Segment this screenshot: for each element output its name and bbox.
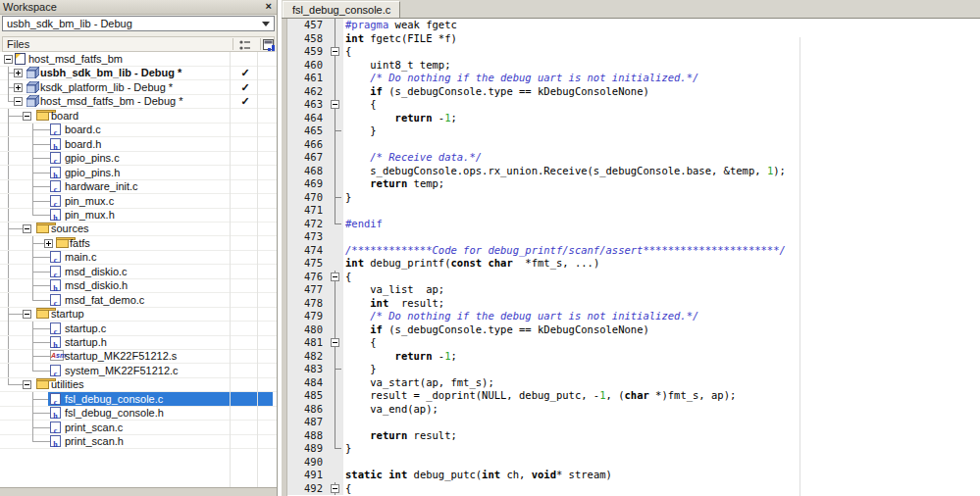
tree-item[interactable]: hboard.h <box>0 137 277 152</box>
tree-item[interactable]: startup <box>0 307 277 322</box>
fold-margin[interactable] <box>328 350 343 364</box>
fold-margin[interactable] <box>328 336 343 350</box>
option-overrides-icon[interactable] <box>238 39 252 51</box>
tree-item[interactable]: chardware_init.c <box>0 179 277 194</box>
tree-item[interactable]: hfsl_debug_console.h <box>0 406 277 421</box>
fold-margin[interactable] <box>328 112 343 125</box>
editor-tab[interactable]: fsl_debug_console.c <box>283 1 400 18</box>
close-icon[interactable]: × <box>266 0 272 13</box>
tree-item[interactable]: hpin_mux.h <box>0 208 277 223</box>
code-line: 487 <box>287 416 980 429</box>
fold-margin[interactable] <box>328 403 343 417</box>
tree-item[interactable]: cmsd_diskio.c <box>0 265 277 279</box>
fold-margin[interactable] <box>328 310 343 323</box>
fold-margin[interactable] <box>328 469 343 482</box>
fold-margin[interactable] <box>328 363 343 376</box>
tree-item-selected[interactable]: cfsl_debug_console.c <box>0 392 277 407</box>
line-number: 473 <box>287 230 328 244</box>
fold-margin[interactable] <box>328 32 343 46</box>
fold-margin[interactable] <box>328 376 343 390</box>
tree-item[interactable]: cgpio_pins.c <box>0 151 277 166</box>
tree-item[interactable]: cprint_scan.c <box>0 421 277 435</box>
h-file-icon: h <box>50 209 61 221</box>
expand-toggle[interactable] <box>23 112 31 121</box>
fold-margin[interactable] <box>328 191 343 205</box>
fold-margin[interactable] <box>328 257 343 271</box>
fold-margin[interactable] <box>328 204 343 218</box>
fold-margin[interactable] <box>328 416 343 429</box>
fold-margin[interactable] <box>328 230 343 244</box>
fold-margin[interactable] <box>328 297 343 311</box>
code-editor[interactable]: 457#pragma weak fgetc458int fgetc(FILE *… <box>282 19 980 496</box>
tree-item[interactable]: host_msd_fatfs_bm - Debug *✓ <box>0 94 277 109</box>
tree-item[interactable]: hprint_scan.h <box>0 434 277 449</box>
tree-item[interactable]: hmsd_diskio.h <box>0 278 277 293</box>
files-column-header[interactable]: Files <box>2 36 275 52</box>
expand-toggle[interactable] <box>23 380 31 389</box>
fold-margin[interactable] <box>328 271 343 284</box>
fold-margin[interactable] <box>328 177 343 191</box>
fold-toggle[interactable] <box>331 100 339 109</box>
tree-item[interactable]: Asmstartup_MK22F51212.s <box>0 349 277 364</box>
tree-item[interactable]: cboard.c <box>0 123 277 137</box>
expand-toggle[interactable] <box>4 55 13 64</box>
line-number: 467 <box>287 151 328 165</box>
fold-margin[interactable] <box>328 244 343 258</box>
tree-item[interactable]: usbh_sdk_bm_lib - Debug *✓ <box>0 66 277 80</box>
expand-toggle[interactable] <box>23 310 31 319</box>
tree-item[interactable]: fatfs <box>0 236 277 251</box>
tree-item[interactable]: hstartup.h <box>0 335 277 350</box>
line-number: 466 <box>287 138 328 152</box>
tree-item[interactable]: board <box>0 109 277 124</box>
fold-margin[interactable] <box>328 323 343 337</box>
fold-margin[interactable] <box>328 442 343 456</box>
fold-margin[interactable] <box>328 165 343 178</box>
fold-margin[interactable] <box>328 218 343 231</box>
tree-item[interactable]: sources <box>0 222 277 236</box>
expand-toggle[interactable] <box>14 69 23 77</box>
code-line: 468 s_debugConsole.ops.rx_union.Receive(… <box>287 165 980 178</box>
tree-item-label: host_msd_fatfs_bm - Debug * <box>40 94 183 108</box>
chevron-down-icon[interactable] <box>262 22 270 26</box>
asm-file-icon: Asm <box>50 350 64 361</box>
configuration-dropdown[interactable]: usbh_sdk_bm_lib - Debug <box>2 16 275 31</box>
workspace-titlebar[interactable]: Workspace × <box>0 0 277 15</box>
fold-toggle[interactable] <box>331 338 339 347</box>
fold-margin[interactable] <box>328 456 343 470</box>
fold-margin[interactable] <box>328 429 343 443</box>
tree-item[interactable]: cmsd_fat_demo.c <box>0 293 277 308</box>
workspace-file-tree[interactable]: hprint_scan.hcprint_scan.chfsl_debug_con… <box>0 52 277 487</box>
fold-margin[interactable] <box>328 124 343 138</box>
fold-margin[interactable] <box>328 59 343 73</box>
line-number: 461 <box>287 72 328 85</box>
fold-margin[interactable] <box>328 283 343 297</box>
expand-toggle[interactable] <box>44 239 53 248</box>
fold-margin[interactable] <box>328 482 343 496</box>
fold-toggle[interactable] <box>331 484 339 493</box>
fold-margin[interactable] <box>328 98 343 112</box>
tree-item[interactable]: ksdk_platform_lib - Debug *✓ <box>0 80 277 95</box>
fold-margin[interactable] <box>328 19 343 32</box>
fold-margin[interactable] <box>328 72 343 85</box>
fold-margin[interactable] <box>328 85 343 99</box>
tree-item-label: startup.h <box>65 335 107 349</box>
tree-item[interactable]: utilities <box>0 377 277 392</box>
fold-margin[interactable] <box>328 389 343 403</box>
expand-toggle[interactable] <box>23 224 31 233</box>
code-line: 481 { <box>287 336 980 350</box>
fold-toggle[interactable] <box>331 47 339 56</box>
tree-item[interactable]: cpin_mux.c <box>0 194 277 209</box>
expand-toggle[interactable] <box>14 83 23 92</box>
fold-margin[interactable] <box>328 45 343 59</box>
code-text: return result; <box>343 429 457 443</box>
fold-margin[interactable] <box>328 138 343 152</box>
tree-item[interactable]: csystem_MK22F51212.c <box>0 364 277 378</box>
output-column-icon[interactable] <box>263 39 276 51</box>
fold-margin[interactable] <box>328 151 343 165</box>
fold-toggle[interactable] <box>331 273 339 281</box>
tree-item[interactable]: hgpio_pins.h <box>0 166 277 180</box>
tree-item[interactable]: cstartup.c <box>0 322 277 336</box>
expand-toggle[interactable] <box>14 97 23 106</box>
tree-item[interactable]: host_msd_fatfs_bm <box>0 52 277 67</box>
tree-item[interactable]: cmain.c <box>0 250 277 265</box>
